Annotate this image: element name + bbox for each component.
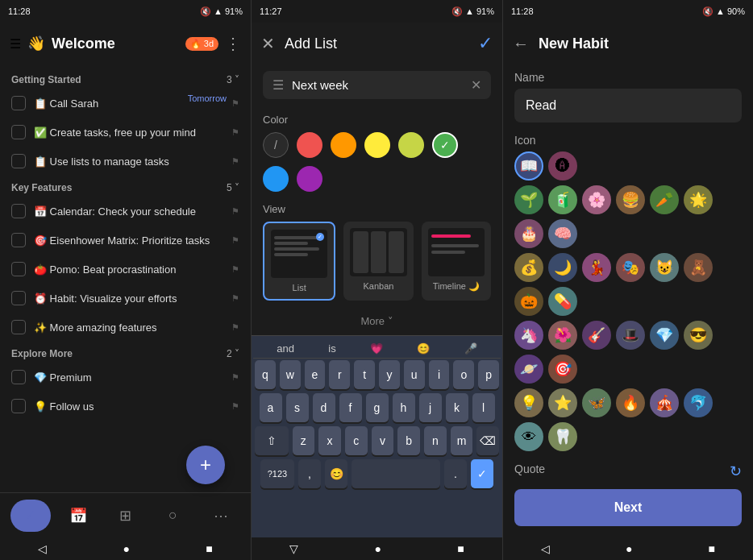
kbd-l[interactable]: l [472,393,495,422]
nav-item-calendar[interactable]: 📅 [58,500,98,532]
task-checkbox[interactable] [11,370,26,384]
icon-hat[interactable]: 🎩 [616,321,645,350]
task-item[interactable]: ⏰ Habit: Visualize your efforts ⚑ [0,284,251,313]
more-icon[interactable]: ⋮ [225,34,241,53]
kbd-s[interactable]: s [286,393,309,422]
recent-sys-icon[interactable]: ■ [206,542,212,555]
kbd-suggestion-is[interactable]: is [328,342,335,355]
kbd-y[interactable]: y [379,360,400,389]
icon-flower[interactable]: 🌸 [582,185,611,214]
task-checkbox[interactable] [11,125,26,139]
kbd-v[interactable]: v [372,426,394,455]
section-header-getting-started[interactable]: Getting Started 3 ˅ [0,68,251,89]
kbd-g[interactable]: g [366,393,389,422]
task-item[interactable]: 💎 Premium ⚑ [0,363,251,392]
task-item[interactable]: ✅ Create tasks, free up your mind ⚑ [0,118,251,147]
icon-star[interactable]: 🌟 [684,185,713,214]
icon-a[interactable]: 🅐 [548,151,577,180]
home-sys-icon-3[interactable]: ● [626,542,632,555]
list-name-field[interactable] [292,78,471,92]
task-item[interactable]: 🍅 Pomo: Beat procrastination ⚑ [0,255,251,284]
recent-sys-icon-2[interactable]: ■ [457,542,464,555]
back-sys-icon-2[interactable]: ▽ [289,542,298,555]
kbd-i[interactable]: i [429,360,450,389]
kbd-o[interactable]: o [453,360,474,389]
view-timeline[interactable]: Timeline 🌙 [422,222,491,301]
icon-cake[interactable]: 🎂 [514,219,543,248]
kbd-x[interactable]: x [318,426,341,455]
task-checkbox[interactable] [11,320,26,334]
icon-sunglasses[interactable]: 😎 [684,321,713,350]
icon-book[interactable]: 📖 [514,151,543,180]
icon-theater[interactable]: 🎭 [616,253,645,282]
task-checkbox[interactable] [11,233,26,247]
icon-sprout[interactable]: 🌱 [514,185,543,214]
back-sys-icon[interactable]: ◁ [38,542,47,555]
icon-cat[interactable]: 😺 [650,253,679,282]
recent-sys-icon-3[interactable]: ■ [709,542,715,555]
color-lime[interactable] [398,132,424,158]
icon-brain[interactable]: 🧠 [548,219,577,248]
kbd-j[interactable]: j [419,393,442,422]
icon-planet[interactable]: 🪐 [514,355,543,384]
kbd-f[interactable]: f [339,393,362,422]
kbd-space[interactable] [352,459,440,488]
kbd-q[interactable]: q [255,360,276,389]
icon-burger[interactable]: 🍔 [616,185,645,214]
kbd-n[interactable]: n [424,426,447,455]
section-header-explore[interactable]: Explore More 2 ˅ [0,342,251,363]
kbd-z[interactable]: z [293,426,315,455]
kbd-period[interactable]: . [444,459,467,488]
kbd-suggestion-mic[interactable]: 🎤 [464,342,477,355]
icon-dance[interactable]: 💃 [582,253,611,282]
color-red[interactable] [297,132,322,158]
back-button[interactable]: ← [513,35,529,53]
task-item[interactable]: 📋 Use lists to manage tasks ⚑ [0,147,251,176]
kbd-e[interactable]: e [305,360,326,389]
task-checkbox[interactable] [11,262,26,276]
kbd-r[interactable]: r [329,360,350,389]
keyboard-area[interactable]: and is 💗 😊 🎤 q w e r t y u i o p a s d [252,335,502,537]
list-name-input-area[interactable]: ☰ ✕ [263,71,491,99]
nav-item-more[interactable]: ⋯ [201,500,241,532]
icon-moon[interactable]: 🌙 [548,253,577,282]
icon-dolphin[interactable]: 🐬 [684,388,713,417]
task-item[interactable]: ✨ More amazing features ⚑ [0,313,251,342]
kbd-c[interactable]: c [345,426,368,455]
kbd-a[interactable]: a [260,393,282,422]
color-blue[interactable] [263,166,289,192]
menu-icon[interactable]: ☰ [10,36,21,52]
view-list[interactable]: ✓ List [263,222,335,301]
task-item[interactable]: 💡 Follow us ⚑ [0,392,251,421]
kbd-backspace[interactable]: ⌫ [476,426,499,455]
task-checkbox[interactable] [11,96,26,110]
kbd-b[interactable]: b [397,426,420,455]
kbd-w[interactable]: w [280,360,301,389]
kbd-d[interactable]: d [313,393,335,422]
icon-juice[interactable]: 🧃 [548,185,577,214]
kbd-h[interactable]: h [393,393,415,422]
icon-tooth[interactable]: 🦷 [548,422,577,451]
more-button[interactable]: More ˅ [252,307,502,335]
kbd-123[interactable]: ?123 [260,459,294,488]
icon-circus[interactable]: 🎪 [650,388,679,417]
clear-icon[interactable]: ✕ [471,77,481,93]
task-checkbox[interactable] [11,399,26,413]
icon-butterfly[interactable]: 🦋 [582,388,611,417]
home-sys-icon[interactable]: ● [123,542,130,555]
task-checkbox[interactable] [11,204,26,218]
icon-fire[interactable]: 🔥 [616,388,645,417]
color-yellow[interactable] [364,132,390,158]
icon-bulb[interactable]: 💡 [514,388,543,417]
view-kanban[interactable]: Kanban [343,222,413,301]
close-button[interactable]: ✕ [261,34,275,53]
icon-bear[interactable]: 🧸 [684,253,713,282]
name-input[interactable]: Read [514,89,742,122]
kbd-suggestion-and[interactable]: and [277,342,294,355]
nav-item-circle[interactable]: ○ [153,500,193,532]
task-checkbox[interactable] [11,291,26,305]
icon-pumpkin[interactable]: 🎃 [514,287,543,316]
color-none[interactable]: / [263,132,289,158]
icon-guitar[interactable]: 🎸 [582,321,611,350]
kbd-suggestion-smile[interactable]: 😊 [417,342,430,355]
